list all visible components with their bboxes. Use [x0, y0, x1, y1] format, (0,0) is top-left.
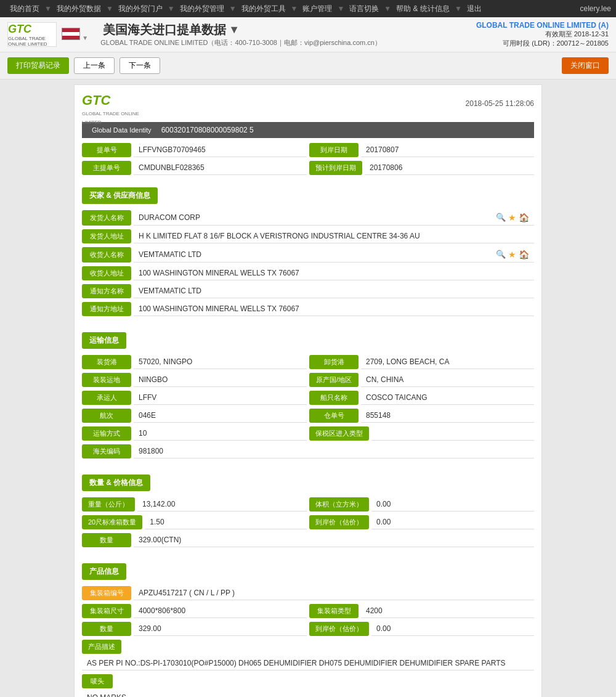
bill-no-value: LFFVNGB70709465	[134, 143, 307, 157]
notify-addr-row: 通知方地址 100 WASHINGTON MINERAL WELLS TX 76…	[82, 302, 534, 316]
container-no-row: 集装箱编号 APZU4517217 ( CN / L / PP )	[82, 586, 534, 600]
container-size-type-row: 集装箱尺寸 4000*806*800 集装箱类型 4200	[82, 604, 534, 618]
document-panel: GTC GLOBAL TRADE ONLINE LIMITED 2018-05-…	[74, 84, 542, 697]
notify-name-value: VEMTAMATIC LTD	[134, 284, 534, 298]
notify-addr-value: 100 WASHINGTON MINERAL WELLS TX 76067	[134, 302, 534, 316]
shipper-addr-label: 发货人地址	[82, 229, 131, 243]
warehouse-col: 仓单号 855148	[309, 409, 534, 423]
page-title: 美国海关进口提单数据	[103, 22, 226, 38]
buyer-supplier-section: 买家 & 供应商信息 发货人名称 DURACOM CORP 🔍 ★ 🏠 发货人地…	[82, 179, 534, 316]
master-bill-value: CMDUNBLF028365	[134, 161, 307, 175]
shipper-star-icon[interactable]: ★	[508, 213, 516, 222]
weight-label: 重量（公斤）	[82, 497, 135, 512]
container-size-value: 4000*806*800	[134, 604, 307, 618]
origin-label: 原产国/地区	[309, 373, 359, 387]
nav-management[interactable]: 我的外贸管理	[175, 0, 229, 17]
nav-logout[interactable]: 退出	[462, 0, 487, 17]
bill-col: 提单号 LFFVNGB70709465	[82, 143, 307, 157]
marks-block: 唛头 NO MARKS	[82, 674, 534, 697]
notify-name-row: 通知方名称 VEMTAMATIC LTD	[82, 284, 534, 298]
notify-addr-label: 通知方地址	[82, 302, 131, 316]
unloading-port-col: 卸货港 2709, LONG BEACH, CA	[309, 355, 534, 369]
prod-qty-col: 数量 329.00	[82, 622, 307, 636]
container20-col: 20尺标准箱数量 1.50	[82, 515, 307, 529]
gdi-row: Global Data Identity 6003201708080000598…	[82, 122, 534, 138]
product-desc-block: 产品描述 AS PER PI NO.:DS-PI-1703010(PO#P150…	[82, 640, 534, 671]
transport-header: 运输信息	[82, 332, 126, 349]
warehouse-label: 仓单号	[309, 409, 359, 423]
close-button-top[interactable]: 关闭窗口	[562, 57, 609, 74]
gdi-value: 600320170808000059802 5	[161, 126, 254, 134]
master-est-row: 主提单号 CMDUNBLF028365 预计到岸日期 20170806	[82, 161, 534, 175]
port-row: 装货港 57020, NINGPO 卸货港 2709, LONG BEACH, …	[82, 355, 534, 369]
loading-place-label: 装装运地	[82, 373, 131, 387]
shipper-home-icon[interactable]: 🏠	[519, 213, 529, 222]
volume-label: 体积（立方米）	[309, 497, 369, 512]
est-arrival-value: 20170806	[365, 161, 534, 175]
container-type-value: 4200	[361, 604, 534, 618]
warehouse-value: 855148	[361, 409, 534, 423]
nav-home[interactable]: 我的首页	[5, 0, 44, 17]
place-origin-row: 装装运地 NINGBO 原产国/地区 CN, CHINA	[82, 373, 534, 387]
consignee-addr-label: 收货人地址	[82, 266, 131, 280]
transport-mode-label: 运输方式	[82, 426, 131, 441]
bill-no-label: 提单号	[82, 143, 131, 157]
transport-mode-value: 10	[134, 426, 307, 441]
unloading-port-value: 2709, LONG BEACH, CA	[361, 355, 534, 369]
carrier-vessel-row: 承运人 LFFV 船只名称 COSCO TAICANG	[82, 391, 534, 405]
consignee-star-icon[interactable]: ★	[508, 250, 516, 259]
nav-trade-data[interactable]: 我的外贸数据	[52, 0, 106, 17]
loading-port-label: 装货港	[82, 355, 131, 369]
shipper-name-label: 发货人名称	[82, 210, 131, 226]
container20-label: 20尺标准箱数量	[82, 515, 142, 529]
bill-arrival-row: 提单号 LFFVNGB70709465 到岸日期 20170807	[82, 143, 534, 157]
consignee-search-icon[interactable]: 🔍	[496, 250, 506, 259]
page-header: GTC GLOBAL TRADE ONLINE LIMITED ▼ 美国海关进口…	[0, 17, 616, 52]
customs-code-value: 981800	[134, 444, 534, 459]
consignee-name-text: VEMTAMATIC LTD	[139, 250, 201, 259]
marks-label: 唛头	[82, 674, 113, 688]
transport-mode-col: 运输方式 10	[82, 426, 307, 441]
arrival-price-value: 0.00	[371, 515, 534, 529]
container-type-label: 集装箱类型	[309, 604, 359, 618]
consignee-name-value: VEMTAMATIC LTD 🔍 ★ 🏠	[134, 247, 534, 263]
consignee-home-icon[interactable]: 🏠	[519, 250, 529, 259]
master-bill-label: 主提单号	[82, 161, 131, 175]
est-col: 预计到岸日期 20170806	[309, 161, 534, 175]
carrier-label: 承运人	[82, 391, 131, 405]
loading-port-value: 57020, NINGPO	[134, 355, 307, 369]
company-info: GLOBAL TRADE ONLINE LIMITED（电话：400-710-3…	[100, 38, 381, 47]
volume-value: 0.00	[371, 497, 534, 512]
consignee-addr-row: 收货人地址 100 WASHINGTON MINERAL WELLS TX 76…	[82, 266, 534, 280]
nav-language[interactable]: 语言切换	[344, 0, 384, 17]
nav-account[interactable]: 账户管理	[298, 0, 337, 17]
arrival-date-value: 20170807	[361, 143, 534, 157]
prod-qty-label: 数量	[82, 622, 131, 636]
next-button-top[interactable]: 下一条	[120, 57, 160, 74]
shipper-search-icon[interactable]: 🔍	[496, 213, 506, 222]
bonded-col: 保税区进入类型	[309, 426, 534, 441]
container20-value: 1.50	[145, 515, 307, 529]
quantity-price-section: 数量 & 价格信息 重量（公斤） 13,142.00 体积（立方米） 0.00 …	[82, 466, 534, 547]
origin-col: 原产国/地区 CN, CHINA	[309, 373, 534, 387]
doc-logo: GTC GLOBAL TRADE ONLINE LIMITED	[82, 92, 144, 115]
volume-col: 体积（立方米） 0.00	[309, 497, 534, 512]
container-price-row: 20尺标准箱数量 1.50 到岸价（估价） 0.00	[82, 515, 534, 529]
quantity-row: 数量 329.00(CTN)	[82, 533, 534, 547]
carrier-col: 承运人 LFFV	[82, 391, 307, 405]
print-button-top[interactable]: 打印贸易记录	[7, 57, 69, 74]
nav-portal[interactable]: 我的外贸门户	[113, 0, 168, 17]
est-arrival-label: 预计到岸日期	[309, 161, 362, 175]
prev-button-top[interactable]: 上一条	[74, 57, 115, 74]
nav-help[interactable]: 帮助 & 统计信息	[391, 0, 455, 17]
quantity-price-header: 数量 & 价格信息	[82, 475, 150, 491]
account-info: GLOBAL TRADE ONLINE LIMITED (A) 有效期至 201…	[476, 21, 609, 48]
doc-logo-text: GTC	[82, 92, 110, 108]
unloading-port-label: 卸货港	[309, 355, 359, 369]
nav-tools[interactable]: 我的外贸工具	[237, 0, 291, 17]
bonded-value	[371, 426, 534, 441]
marks-value: NO MARKS	[82, 691, 534, 697]
product-header: 产品信息	[82, 563, 126, 580]
company-logo: GTC GLOBAL TRADE ONLINE LIMITED	[7, 22, 57, 47]
consignee-name-label: 收货人名称	[82, 247, 131, 263]
